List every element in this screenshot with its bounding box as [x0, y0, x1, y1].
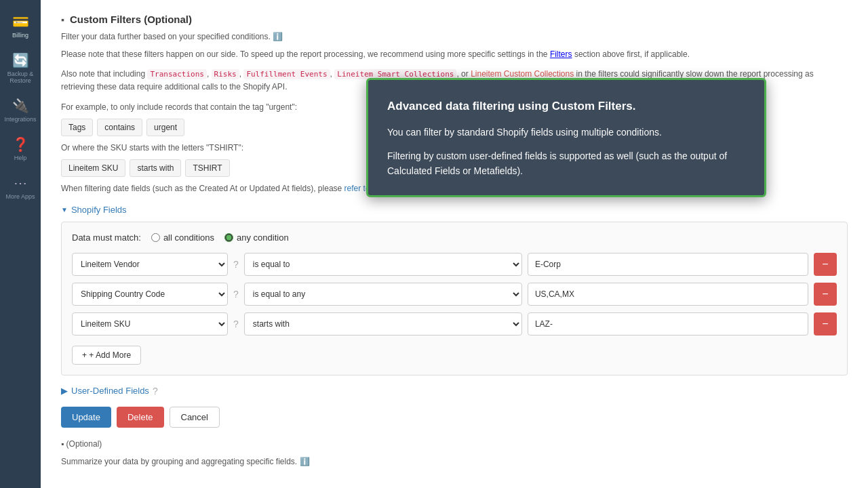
tooltip-para2: Filtering by custom user-defined fields …	[387, 148, 745, 179]
filter2-help-icon[interactable]: ?	[233, 289, 239, 300]
filter2-value-input[interactable]	[528, 283, 808, 306]
filter-row-3: Lineitem VendorShipping Country CodeLine…	[72, 312, 837, 336]
udf-help-icon[interactable]: ?	[153, 386, 158, 396]
add-more-button[interactable]: + + Add More	[72, 346, 141, 365]
example1-field: Tags	[61, 119, 93, 136]
main-content: ▪ Custom Filters (Optional) Filter your …	[41, 0, 868, 488]
grouping-desc: Summarize your data by grouping and aggr…	[61, 455, 848, 468]
match-label: Data must match:	[72, 232, 141, 243]
help-icon: ❓	[12, 136, 29, 152]
filter1-help-icon[interactable]: ?	[233, 259, 239, 270]
filter3-value-input[interactable]	[528, 312, 808, 336]
filter2-field-select[interactable]: Lineitem VendorShipping Country CodeLine…	[72, 283, 228, 306]
tag-transactions: Transactions	[147, 69, 206, 79]
match-all-radio[interactable]	[151, 233, 160, 242]
filter-row-2: Lineitem VendorShipping Country CodeLine…	[72, 283, 837, 306]
shopify-fields-label: Shopify Fields	[71, 205, 127, 215]
tag-risks: Risks	[212, 69, 239, 79]
tooltip-title: Advanced data filtering using Custom Fil…	[387, 97, 745, 115]
match-any-label[interactable]: any condition	[224, 232, 289, 243]
section-title: Custom Filters (Optional)	[70, 14, 192, 25]
sidebar-label-billing: Billing	[12, 32, 28, 39]
cancel-button[interactable]: Cancel	[170, 407, 220, 428]
sidebar-label-integrations: Integrations	[4, 116, 36, 123]
match-all-label[interactable]: all conditions	[151, 232, 214, 243]
example2-field: Lineitem SKU	[61, 159, 125, 177]
delete-button[interactable]: Delete	[117, 407, 164, 428]
grouping-section: ▪ (Optional) Summarize your data by grou…	[61, 434, 848, 468]
sidebar: 💳 Billing 🔄 Backup & Restore 🔌 Integrati…	[0, 0, 41, 488]
backup-icon: 🔄	[12, 52, 29, 68]
sidebar-item-help[interactable]: ❓ Help	[0, 129, 41, 168]
sidebar-label-help: Help	[14, 155, 27, 161]
arrow-down-icon: ▼	[61, 206, 68, 214]
update-button[interactable]: Update	[61, 407, 111, 428]
match-any-radio[interactable]	[224, 233, 233, 242]
filters-link[interactable]: Filters	[550, 49, 572, 59]
filter3-field-select[interactable]: Lineitem VendorShipping Country CodeLine…	[72, 312, 228, 336]
section-icon: ▪	[61, 14, 64, 25]
sidebar-label-backup: Backup & Restore	[3, 70, 37, 84]
filter2-remove-button[interactable]: −	[814, 283, 837, 306]
integrations-icon: 🔌	[12, 98, 29, 114]
udf-label: User-Defined Fields	[71, 386, 149, 396]
sidebar-item-backup[interactable]: 🔄 Backup & Restore	[0, 45, 41, 91]
add-icon: +	[82, 350, 87, 360]
section-header: ▪ Custom Filters (Optional)	[61, 14, 848, 25]
info-text: Please note that these filters happen on…	[61, 48, 848, 61]
example2-condition: starts with	[130, 159, 181, 177]
filter1-field-select[interactable]: Lineitem VendorShipping Country CodeLine…	[72, 253, 228, 276]
shopify-fields-toggle[interactable]: ▼ Shopify Fields	[61, 205, 848, 215]
more-icon: ⋯	[14, 175, 27, 191]
arrow-right-icon: ▶	[61, 386, 68, 396]
tag-fulfillment: Fulfillment Events	[243, 69, 330, 79]
filter-container: Data must match: all conditions any cond…	[61, 222, 848, 375]
filter1-condition-select[interactable]: is equal tois equal to anyis not equal t…	[244, 253, 522, 276]
filter3-condition-select[interactable]: is equal tois equal to anyis not equal t…	[244, 312, 522, 336]
udf-toggle[interactable]: ▶ User-Defined Fields ?	[61, 386, 848, 396]
billing-icon: 💳	[12, 14, 29, 30]
sidebar-item-integrations[interactable]: 🔌 Integrations	[0, 91, 41, 129]
filter1-remove-button[interactable]: −	[814, 253, 837, 276]
filter2-condition-select[interactable]: is equal tois equal to anyis not equal t…	[244, 283, 522, 306]
info-icon: ℹ️	[273, 32, 283, 41]
example1-condition: contains	[97, 119, 142, 136]
section-description: Filter your data further based on your s…	[61, 30, 848, 43]
section-icon2: ▪	[61, 439, 64, 449]
filter3-help-icon[interactable]: ?	[233, 319, 239, 329]
tooltip-para1: You can filter by standard Shopify field…	[387, 125, 745, 140]
sidebar-label-more: More Apps	[5, 193, 35, 200]
sidebar-item-more[interactable]: ⋯ More Apps	[0, 168, 41, 207]
filter-row-1: Lineitem VendorShipping Country CodeLine…	[72, 253, 837, 276]
example1-value: urgent	[146, 119, 184, 136]
example2-value: TSHIRT	[185, 159, 229, 177]
sidebar-item-billing[interactable]: 💳 Billing	[0, 7, 41, 45]
filter1-value-input[interactable]	[528, 253, 808, 276]
filter3-remove-button[interactable]: −	[814, 312, 837, 336]
grouping-title: ▪ (Optional)	[61, 438, 848, 450]
tooltip-overlay: Advanced data filtering using Custom Fil…	[366, 78, 766, 197]
action-buttons: Update Delete Cancel	[61, 407, 848, 428]
match-row: Data must match: all conditions any cond…	[72, 232, 837, 243]
grouping-info-icon: ℹ️	[300, 457, 310, 466]
